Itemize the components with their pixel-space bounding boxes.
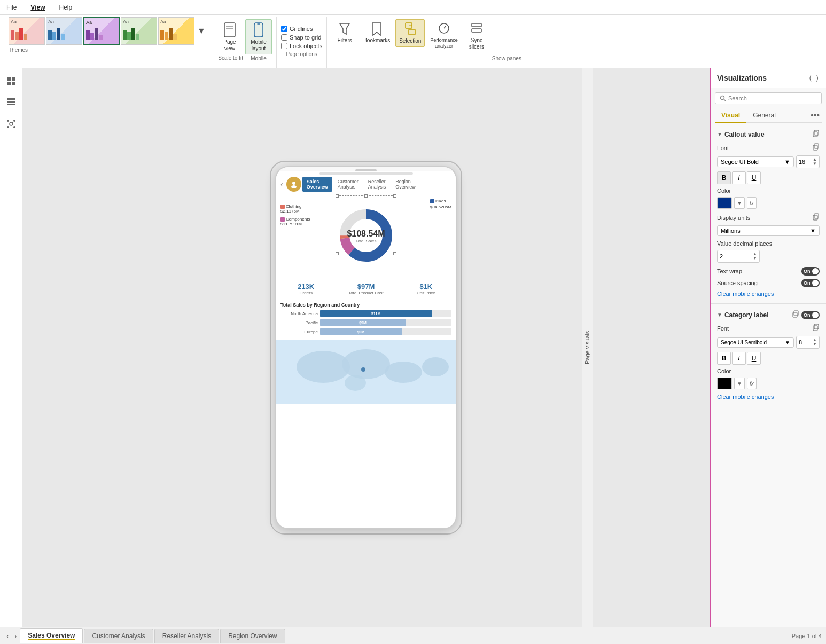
- menu-view[interactable]: View: [28, 3, 47, 12]
- cat-bold-btn[interactable]: B: [717, 352, 731, 365]
- page-tab-sales[interactable]: Sales Overview: [20, 628, 83, 643]
- decimal-places-row: Value decimal places: [717, 240, 820, 247]
- page-tab-reseller[interactable]: Reseller Analysis: [154, 629, 219, 643]
- lock-objects-checkbox[interactable]: [281, 43, 287, 49]
- canvas-area[interactable]: ‹ SalesOverview CustomerAnalysis Reselle…: [22, 68, 710, 627]
- callout-underline-btn[interactable]: U: [747, 171, 761, 184]
- cat-copy-icon[interactable]: [792, 310, 799, 319]
- page-view-section: Pageview Scale to fit Mobilelayout Mobil…: [212, 17, 277, 68]
- callout-font-dropdown[interactable]: Segoe UI Bold ▼: [717, 156, 794, 167]
- cat-font-dropdown[interactable]: Segoe UI Semibold ▼: [717, 337, 794, 348]
- gridlines-check[interactable]: Gridlines: [281, 26, 322, 32]
- model-view-icon[interactable]: [3, 115, 20, 132]
- page-view-btn[interactable]: Pageview: [216, 20, 243, 54]
- mobile-layout-btn[interactable]: Mobilelayout: [245, 19, 272, 54]
- nav-tab-sales[interactable]: SalesOverview: [302, 177, 332, 192]
- tab-visual[interactable]: Visual: [715, 108, 746, 123]
- callout-display-units-dropdown[interactable]: Millions ▼: [717, 225, 820, 236]
- mobile-top-bar: [276, 167, 456, 171]
- source-spacing-toggle[interactable]: On: [801, 279, 820, 287]
- callout-color-dropdown[interactable]: ▼: [734, 197, 745, 209]
- panel-expand-btn[interactable]: ⟨: [808, 73, 813, 83]
- sync-slicers-btn[interactable]: Syncslicers: [463, 19, 490, 52]
- stat-product-cost: $97M Total Product Cost: [336, 279, 396, 299]
- handle-t[interactable]: [364, 194, 368, 198]
- source-spacing-row: Source spacing On: [717, 279, 820, 287]
- legend-bikes-value: $94.6205M: [430, 205, 451, 209]
- tab-general[interactable]: General: [746, 108, 782, 122]
- search-box[interactable]: [715, 92, 822, 104]
- nav-tab-customer[interactable]: CustomerAnalysis: [333, 177, 363, 192]
- theme-3[interactable]: Aa: [83, 17, 120, 45]
- mobile-pill: [355, 169, 377, 171]
- svg-rect-13: [472, 29, 481, 32]
- cat-clear-link[interactable]: Clear mobile changes: [717, 394, 820, 400]
- handle-tl[interactable]: [336, 194, 339, 198]
- page-tab-region[interactable]: Region Overview: [220, 629, 285, 643]
- text-wrap-toggle[interactable]: On: [801, 267, 820, 276]
- selection-btn[interactable]: Selection: [395, 19, 425, 47]
- mobile-frame: ‹ SalesOverview CustomerAnalysis Reselle…: [275, 166, 457, 529]
- callout-italic-btn[interactable]: I: [732, 171, 746, 184]
- callout-display-units-copy[interactable]: [812, 213, 820, 222]
- theme-2[interactable]: Aa: [46, 17, 82, 45]
- nav-tab-reseller[interactable]: ResellerAnalysis: [364, 177, 391, 192]
- category-label-section-header[interactable]: ▼ Category label On: [711, 306, 826, 321]
- svg-point-39: [345, 375, 366, 391]
- bar-chart-section: Total Sales by Region and Country North …: [276, 299, 456, 340]
- tab-next-btn[interactable]: ›: [12, 631, 19, 641]
- cat-color-swatch[interactable]: [717, 378, 732, 389]
- snap-to-grid-check[interactable]: Snap to grid: [281, 34, 322, 41]
- svg-rect-50: [794, 311, 798, 316]
- callout-color-swatch[interactable]: [717, 197, 732, 209]
- cat-font-size[interactable]: 8 ▲ ▼: [796, 336, 820, 349]
- cat-underline-btn[interactable]: U: [747, 352, 761, 365]
- report-view-icon[interactable]: [3, 73, 20, 90]
- callout-color-row: Color: [717, 187, 820, 194]
- cat-fx-btn[interactable]: fx: [747, 378, 757, 389]
- callout-clear-link[interactable]: Clear mobile changes: [717, 290, 820, 297]
- data-view-icon[interactable]: [3, 94, 20, 111]
- callout-bold-btn[interactable]: B: [717, 171, 731, 184]
- callout-fx-btn[interactable]: fx: [747, 197, 757, 209]
- callout-font-copy-icon[interactable]: [812, 143, 820, 152]
- search-input[interactable]: [728, 95, 817, 101]
- callout-display-units-label: Display units: [717, 215, 750, 221]
- performance-btn[interactable]: Performanceanalyzer: [427, 19, 461, 51]
- cat-on-toggle[interactable]: On: [801, 311, 820, 319]
- bookmarks-btn[interactable]: Bookmarks: [360, 19, 393, 46]
- chart-legend: Bikes $94.6205M: [430, 199, 451, 210]
- filters-btn[interactable]: Filters: [331, 19, 358, 46]
- decimal-down[interactable]: ▼: [753, 256, 757, 261]
- svg-line-11: [444, 26, 446, 28]
- svg-rect-15: [12, 77, 15, 81]
- cat-color-dropdown[interactable]: ▼: [734, 378, 745, 389]
- decimal-places-input[interactable]: 2 ▲ ▼: [717, 250, 760, 263]
- handle-tr[interactable]: [393, 194, 396, 198]
- cat-font-chevron: ▼: [785, 340, 790, 345]
- lock-objects-check[interactable]: Lock objects: [281, 43, 322, 49]
- text-wrap-row: Text wrap On: [717, 267, 820, 276]
- more-themes-btn[interactable]: ▼: [196, 26, 207, 36]
- page-tab-customer[interactable]: Customer Analysis: [84, 629, 153, 643]
- menu-help[interactable]: Help: [57, 3, 74, 12]
- callout-font-size[interactable]: 16 ▲ ▼: [796, 155, 820, 168]
- cat-font-copy-icon[interactable]: [812, 324, 820, 333]
- theme-4[interactable]: Aa: [121, 17, 157, 45]
- panel-collapse-btn[interactable]: ⟩: [815, 73, 820, 83]
- page-visuals-tab[interactable]: Page visuals: [582, 68, 593, 627]
- cat-italic-btn[interactable]: I: [732, 352, 746, 365]
- theme-5[interactable]: Aa: [158, 17, 194, 45]
- cat-size-down[interactable]: ▼: [813, 342, 817, 347]
- callout-copy-icon[interactable]: [812, 130, 820, 139]
- nav-tab-region[interactable]: RegionOverview: [391, 177, 420, 192]
- nav-back-btn[interactable]: ‹: [278, 179, 285, 190]
- gridlines-checkbox[interactable]: [281, 26, 287, 32]
- tab-prev-btn[interactable]: ‹: [4, 631, 11, 641]
- snap-to-grid-checkbox[interactable]: [281, 34, 287, 41]
- more-options-btn[interactable]: •••: [808, 108, 822, 122]
- theme-1[interactable]: Aa: [9, 17, 45, 45]
- menu-file[interactable]: File: [4, 3, 19, 12]
- font-size-down[interactable]: ▼: [813, 162, 817, 166]
- callout-value-section-header[interactable]: ▼ Callout value: [711, 125, 826, 141]
